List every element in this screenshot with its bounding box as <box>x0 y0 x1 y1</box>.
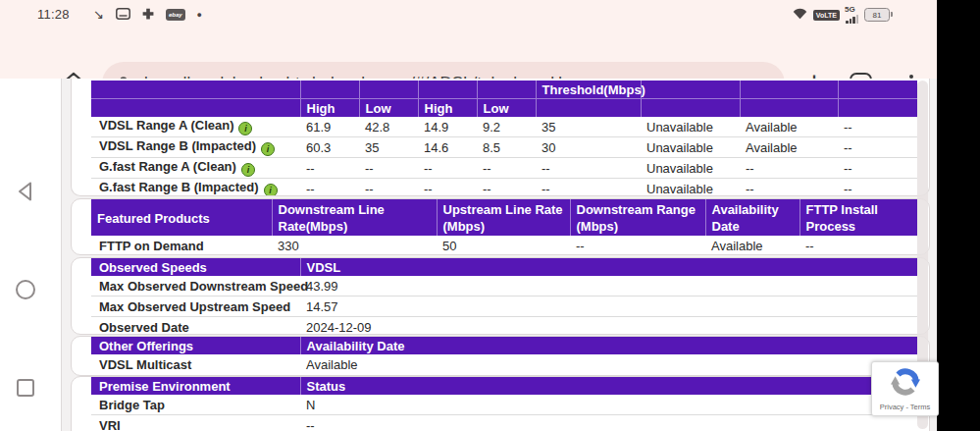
cell-value <box>641 81 740 99</box>
other-offerings-card: Other OfferingsAvailability DateVDSL Mul… <box>71 336 930 376</box>
cell-value: Unavailable <box>641 117 740 137</box>
cell-value: -- <box>300 158 359 179</box>
cell-value: -- <box>799 236 917 255</box>
cell-value: High <box>418 99 477 118</box>
cell-value: -- <box>477 158 536 179</box>
cell-value <box>359 81 418 99</box>
table-row: Premise EnvironmentStatus <box>91 377 917 395</box>
cell-value: Downstream Range (Mbps) <box>570 199 705 236</box>
cell-value: 42.8 <box>359 117 418 137</box>
cell-value: 14.6 <box>418 137 477 158</box>
cell-value <box>641 99 740 118</box>
home-nav-button[interactable] <box>14 278 37 301</box>
cell-value <box>838 81 917 99</box>
dot-icon: ● <box>197 7 202 23</box>
info-icon[interactable]: i <box>241 163 255 177</box>
info-icon[interactable]: i <box>264 184 278 196</box>
recaptcha-terms[interactable]: Privacy - Terms <box>880 403 931 411</box>
cell-value: Unavailable <box>641 158 740 179</box>
cell-value: -- <box>536 158 641 179</box>
cell-value: Availability Date <box>705 199 799 236</box>
message-icon <box>116 6 130 24</box>
cell-value: -- <box>838 137 917 158</box>
row-label: G.fast Range A (Clean)i <box>91 158 300 179</box>
cell-value: Downstream Line Rate(Mbps) <box>272 199 437 236</box>
cell-value: 2024-12-09 <box>300 317 917 336</box>
table-row: Other OfferingsAvailability Date <box>91 337 917 354</box>
row-label: VDSL Range B (Impacted)i <box>91 137 300 158</box>
cell-value <box>740 99 838 118</box>
cell-value: Threshold(Mbps) <box>536 81 641 99</box>
web-content: Threshold(Mbps)HighLowHighLowVDSL Range … <box>62 79 937 431</box>
row-label: Bridge Tap <box>91 395 300 415</box>
cell-value: -- <box>477 179 536 197</box>
volte-badge: VoLTE <box>813 10 840 21</box>
cell-value: High <box>300 99 359 118</box>
cell-value: -- <box>359 179 418 197</box>
cell-value: -- <box>300 179 359 197</box>
cell-value <box>300 81 359 99</box>
cell-value <box>838 99 917 118</box>
row-label: VDSL Range A (Clean)i <box>91 117 300 137</box>
table-row: Featured ProductsDownstream Line Rate(Mb… <box>91 199 917 236</box>
cell-value <box>91 81 300 99</box>
cell-value: 14.57 <box>300 296 917 317</box>
cell-value: 35 <box>359 137 418 158</box>
cell-value: -- <box>359 158 418 179</box>
row-label: G.fast Range B (Impacted)i <box>91 179 300 197</box>
cell-value: FTTP Install Process <box>799 199 917 236</box>
cell-value: -- <box>838 117 917 137</box>
table-row: HighLowHighLow <box>91 99 917 118</box>
cell-value: -- <box>418 179 477 197</box>
signal-icon: 5G <box>846 7 858 24</box>
cell-value <box>91 99 300 118</box>
info-icon[interactable]: i <box>238 122 252 135</box>
recents-button[interactable] <box>14 376 37 400</box>
row-label: Other Offerings <box>91 337 300 354</box>
row-label: Observed Speeds <box>91 258 300 276</box>
cell-value: -- <box>740 158 838 179</box>
recaptcha-icon <box>891 367 920 401</box>
row-label: Max Observed Downstream Speed <box>91 276 300 296</box>
browser-toolbar: broadbandchecker.btwholesale.com/#/ADSL/… <box>0 29 937 79</box>
back-button[interactable] <box>14 180 37 203</box>
cell-value: 14.9 <box>418 117 477 137</box>
table-row: Threshold(Mbps) <box>91 81 917 99</box>
cell-value: Low <box>359 99 418 118</box>
cell-value: Available <box>705 236 799 255</box>
row-label: VDSL Multicast <box>91 354 300 374</box>
status-indicators: VoLTE 5G 81 <box>793 6 890 24</box>
cell-value: 8.5 <box>477 137 536 158</box>
cell-value: Available <box>740 117 838 137</box>
cell-value: Availability Date <box>300 337 917 354</box>
availability-ranges-card: Threshold(Mbps)HighLowHighLowVDSL Range … <box>71 79 930 196</box>
table-row: G.fast Range A (Clean)i----------Unavail… <box>91 158 917 179</box>
cell-value <box>536 99 641 118</box>
cell-value: -- <box>838 179 917 197</box>
cell-value: Available <box>740 137 838 158</box>
cell-value: -- <box>536 179 641 197</box>
cell-value <box>740 81 838 99</box>
info-icon[interactable]: i <box>261 142 275 156</box>
cell-value: 35 <box>536 117 641 137</box>
other-offerings-table: Other OfferingsAvailability DateVDSL Mul… <box>91 337 917 374</box>
recaptcha-badge[interactable]: Privacy - Terms <box>871 361 939 416</box>
cell-value: N <box>300 395 917 415</box>
ebay-icon: ebay <box>166 9 185 21</box>
table-row: FTTP on Demand33050--Available-- <box>91 236 917 255</box>
cell-value: Available <box>300 354 917 374</box>
observed-speeds-card: Observed SpeedsVDSLMax Observed Downstre… <box>71 257 930 335</box>
cell-value <box>418 81 477 99</box>
observed-speeds-table: Observed SpeedsVDSLMax Observed Downstre… <box>91 258 917 335</box>
battery-icon: 81 <box>864 8 890 22</box>
premise-environment-table: Premise EnvironmentStatusBridge TapNVRI-… <box>91 377 917 431</box>
cell-value: 330 <box>272 236 437 255</box>
cell-value: Status <box>300 377 917 395</box>
cell-value: 61.9 <box>300 117 359 137</box>
cell-value: 60.3 <box>300 137 359 158</box>
premise-environment-card: Premise EnvironmentStatusBridge TapNVRI-… <box>71 376 930 431</box>
cell-value: VDSL <box>300 258 917 276</box>
cell-value: -- <box>838 158 917 179</box>
plus-app-icon <box>142 6 154 24</box>
cell-value: 43.99 <box>300 276 917 296</box>
